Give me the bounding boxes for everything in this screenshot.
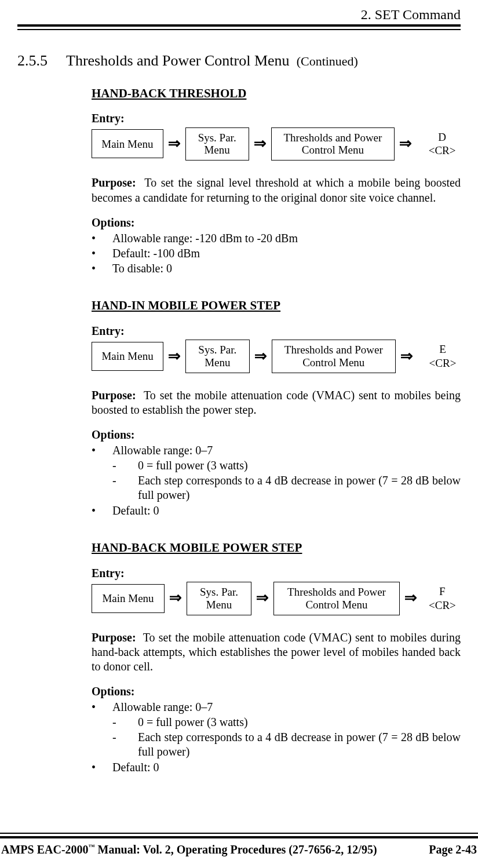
dash-icon: -	[112, 458, 138, 473]
section-title-text: Thresholds and Power Control Menu	[66, 52, 290, 69]
bullet-icon: •	[92, 261, 112, 276]
nav-sys-par-menu: Sys. Par. Menu	[185, 127, 249, 161]
arrow-icon: ⇒	[168, 134, 181, 154]
param-block: HAND-IN MOBILE POWER STEP Entry: Main Me…	[92, 298, 461, 518]
arrow-icon: ⇒	[404, 589, 417, 608]
option-item: • Allowable range: 0–7 -0 = full power (…	[92, 700, 461, 760]
option-item: •To disable: 0	[92, 261, 461, 276]
entry-nav: Main Menu ⇒ Sys. Par. Menu ⇒ Thresholds …	[92, 582, 461, 615]
nav-main-menu: Main Menu	[92, 342, 163, 371]
bullet-icon: •	[92, 246, 112, 261]
options-list: •Allowable range: -120 dBm to -20 dBm •D…	[92, 231, 461, 276]
nav-main-menu: Main Menu	[92, 129, 163, 158]
entry-nav: Main Menu ⇒ Sys. Par. Menu ⇒ Thresholds …	[92, 127, 461, 161]
footer-right: Page 2-43	[429, 843, 477, 856]
bullet-icon: •	[92, 231, 112, 246]
running-header: 2. SET Command	[361, 7, 461, 23]
purpose-text: To set the mobile attenuation code (VMAC…	[92, 631, 461, 673]
sub-item: -0 = full power (3 watts)	[112, 715, 461, 730]
arrow-icon: ⇒	[254, 134, 267, 154]
entry-label: Entry:	[92, 566, 461, 581]
bullet-icon: •	[92, 443, 112, 503]
option-text: To disable: 0	[112, 261, 461, 276]
sub-item: -Each step corresponds to a 4 dB decreas…	[112, 473, 461, 502]
sub-text: Each step corresponds to a 4 dB decrease…	[138, 473, 461, 502]
purpose-para: Purpose: To set the signal level thresho…	[92, 176, 461, 205]
arrow-icon: ⇒	[254, 347, 267, 366]
purpose-para: Purpose: To set the mobile attenuation c…	[92, 388, 461, 417]
arrow-icon: ⇒	[400, 347, 413, 366]
footer: AMPS EAC-2000™ Manual: Vol. 2, Operating…	[0, 843, 478, 856]
entry-label: Entry:	[92, 111, 461, 126]
header-rule	[17, 24, 461, 30]
section-continued: (Continued)	[293, 54, 358, 68]
nav-command: E <CR>	[425, 342, 461, 370]
nav-sys-par-menu: Sys. Par. Menu	[185, 340, 249, 373]
dash-icon: -	[112, 473, 138, 502]
nav-sys-par-menu: Sys. Par. Menu	[187, 582, 251, 615]
param-block: HAND-BACK THRESHOLD Entry: Main Menu ⇒ S…	[92, 86, 461, 276]
nav-thresholds-menu: Thresholds and Power Control Menu	[271, 127, 395, 161]
entry-nav: Main Menu ⇒ Sys. Par. Menu ⇒ Thresholds …	[92, 340, 461, 373]
sub-text: Each step corresponds to a 4 dB decrease…	[138, 730, 461, 759]
content-area: 2.5.5Thresholds and Power Control Menu (…	[17, 52, 461, 797]
options-list: • Allowable range: 0–7 -0 = full power (…	[92, 700, 461, 775]
footer-rule	[0, 833, 478, 838]
body: HAND-BACK THRESHOLD Entry: Main Menu ⇒ S…	[92, 86, 461, 775]
dash-icon: -	[112, 715, 138, 730]
nav-thresholds-menu: Thresholds and Power Control Menu	[272, 340, 396, 373]
param-title: HAND-BACK THRESHOLD	[92, 86, 461, 101]
trademark-icon: ™	[89, 843, 95, 850]
purpose-label: Purpose:	[92, 176, 136, 189]
footer-left: AMPS EAC-2000™ Manual: Vol. 2, Operating…	[1, 843, 377, 856]
param-title: HAND-IN MOBILE POWER STEP	[92, 298, 461, 313]
nav-thresholds-menu: Thresholds and Power Control Menu	[273, 582, 400, 615]
bullet-icon: •	[92, 760, 112, 775]
nav-main-menu: Main Menu	[92, 584, 165, 613]
arrow-icon: ⇒	[168, 347, 181, 366]
options-label: Options:	[92, 428, 461, 442]
purpose-text: To set the mobile attenuation code (VMAC…	[92, 389, 461, 416]
option-text: Default: -100 dBm	[112, 246, 461, 261]
sub-list: -0 = full power (3 watts) -Each step cor…	[112, 715, 461, 760]
option-text: Allowable range: -120 dBm to -20 dBm	[112, 231, 461, 246]
nav-command: F <CR>	[429, 585, 456, 612]
option-item: •Allowable range: -120 dBm to -20 dBm	[92, 231, 461, 246]
option-text: Default: 0	[112, 504, 461, 518]
options-label: Options:	[92, 216, 461, 230]
section-number: 2.5.5	[17, 52, 48, 70]
arrow-icon: ⇒	[256, 589, 269, 608]
arrow-icon: ⇒	[399, 134, 412, 154]
sub-item: -Each step corresponds to a 4 dB decreas…	[112, 730, 461, 759]
bullet-icon: •	[92, 700, 112, 760]
options-label: Options:	[92, 684, 461, 699]
purpose-para: Purpose: To set the mobile attenuation c…	[92, 630, 461, 674]
param-block: HAND-BACK MOBILE POWER STEP Entry: Main …	[92, 540, 461, 775]
purpose-text: To set the signal level threshold at whi…	[92, 176, 461, 203]
bullet-icon: •	[92, 504, 112, 518]
sub-item: -0 = full power (3 watts)	[112, 458, 461, 473]
option-item: •Default: 0	[92, 760, 461, 775]
param-title: HAND-BACK MOBILE POWER STEP	[92, 540, 461, 555]
dash-icon: -	[112, 730, 138, 759]
options-list: • Allowable range: 0–7 -0 = full power (…	[92, 443, 461, 518]
sub-text: 0 = full power (3 watts)	[138, 458, 461, 473]
option-text: Allowable range: 0–7 -0 = full power (3 …	[112, 443, 461, 503]
nav-command: D <CR>	[424, 130, 461, 158]
sub-text: 0 = full power (3 watts)	[138, 715, 461, 730]
page: 2. SET Command 2.5.5Thresholds and Power…	[0, 0, 478, 868]
entry-label: Entry:	[92, 324, 461, 338]
arrow-icon: ⇒	[169, 589, 182, 608]
option-item: • Allowable range: 0–7 -0 = full power (…	[92, 443, 461, 503]
purpose-label: Purpose:	[92, 631, 136, 644]
section-heading: 2.5.5Thresholds and Power Control Menu (…	[17, 52, 461, 70]
purpose-label: Purpose:	[92, 389, 136, 402]
option-text: Allowable range: 0–7 -0 = full power (3 …	[112, 700, 461, 760]
sub-list: -0 = full power (3 watts) -Each step cor…	[112, 458, 461, 503]
option-item: •Default: -100 dBm	[92, 246, 461, 261]
option-item: •Default: 0	[92, 504, 461, 518]
option-text: Default: 0	[112, 760, 461, 775]
